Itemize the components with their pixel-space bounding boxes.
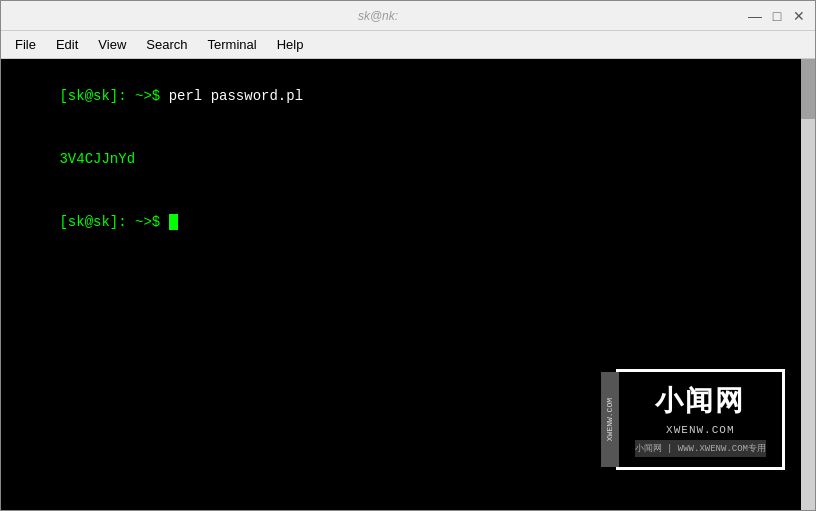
- watermark: XWENW.COM 小闻网 XWENW.COM 小闻网 | WWW.XWENW.…: [616, 369, 785, 470]
- terminal-line-3: [sk@sk]: ~>$: [9, 191, 807, 254]
- terminal-body[interactable]: [sk@sk]: ~>$ perl password.pl 3V4CJJnYd …: [1, 59, 815, 510]
- scrollbar-thumb[interactable]: [801, 59, 815, 119]
- prompt-1: [sk@sk]: ~>$: [59, 88, 168, 104]
- watermark-side: XWENW.COM: [601, 372, 619, 467]
- output-1: 3V4CJJnYd: [59, 151, 135, 167]
- window-title: sk@nk:: [358, 9, 398, 23]
- menu-edit[interactable]: Edit: [46, 33, 88, 56]
- menu-terminal[interactable]: Terminal: [198, 33, 267, 56]
- title-bar: sk@nk: — □ ✕: [1, 1, 815, 31]
- maximize-button[interactable]: □: [769, 8, 785, 24]
- menu-help[interactable]: Help: [267, 33, 314, 56]
- terminal-line-1: [sk@sk]: ~>$ perl password.pl: [9, 65, 807, 128]
- title-bar-left: sk@nk:: [9, 9, 747, 23]
- terminal-window: sk@nk: — □ ✕ File Edit View Search Termi…: [0, 0, 816, 511]
- window-controls: — □ ✕: [747, 8, 807, 24]
- scrollbar[interactable]: [801, 59, 815, 510]
- watermark-bottom: 小闻网 | WWW.XWENW.COM专用: [635, 440, 766, 457]
- cursor: [169, 214, 178, 230]
- watermark-url: XWENW.COM: [635, 424, 766, 436]
- terminal-line-2: 3V4CJJnYd: [9, 128, 807, 191]
- menu-file[interactable]: File: [5, 33, 46, 56]
- close-button[interactable]: ✕: [791, 8, 807, 24]
- watermark-main-text: 小闻网: [635, 382, 766, 420]
- minimize-button[interactable]: —: [747, 8, 763, 24]
- menu-view[interactable]: View: [88, 33, 136, 56]
- prompt-2: [sk@sk]: ~>$: [59, 214, 168, 230]
- menu-bar: File Edit View Search Terminal Help: [1, 31, 815, 59]
- menu-search[interactable]: Search: [136, 33, 197, 56]
- watermark-side-text: XWENW.COM: [605, 398, 614, 441]
- command-1: perl password.pl: [169, 88, 303, 104]
